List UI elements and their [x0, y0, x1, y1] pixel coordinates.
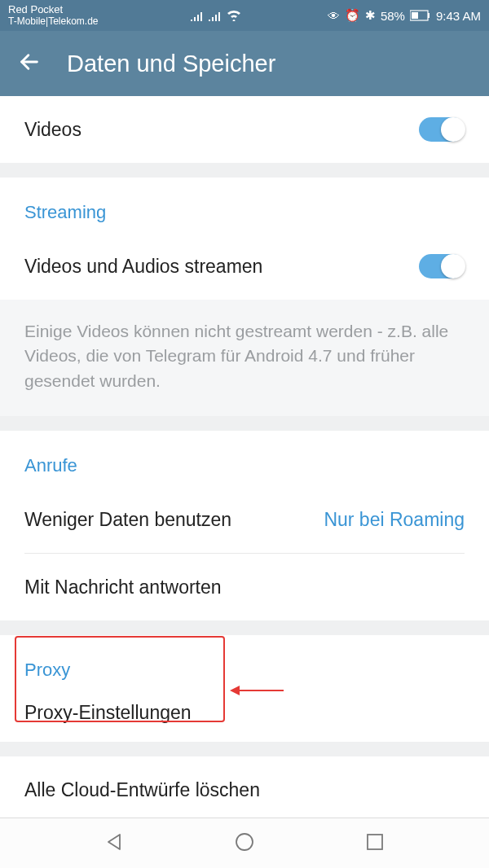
toggle-knob [441, 117, 465, 142]
reply-msg-label: Mit Nachricht antworten [24, 576, 222, 598]
time: 9:43 AM [436, 9, 481, 23]
calls-section: Anrufe Weniger Daten benutzen Nur bei Ro… [0, 431, 489, 620]
streaming-info: Einige Videos können nicht gestreamt wer… [0, 300, 489, 416]
square-recent-icon [364, 831, 385, 853]
less-data-label: Weniger Daten benutzen [24, 509, 231, 531]
status-bar: Red Pocket T-Mobile|Telekom.de 👁 ⏰ ✱ 58%… [0, 0, 489, 31]
signal-icon [209, 10, 222, 21]
arrow-left-icon [18, 50, 41, 73]
svg-rect-1 [428, 13, 430, 18]
proxy-header: Proxy [0, 635, 489, 690]
back-button[interactable] [18, 50, 41, 77]
eye-icon: 👁 [328, 9, 340, 23]
streaming-header: Streaming [0, 178, 489, 233]
page-title: Daten und Speicher [67, 50, 275, 77]
videos-row[interactable]: Videos [0, 96, 489, 163]
battery-icon [410, 10, 431, 21]
triangle-back-icon [104, 831, 125, 853]
videos-label: Videos [24, 119, 82, 141]
nav-back-button[interactable] [104, 831, 125, 856]
status-left: Red Pocket T-Mobile|Telekom.de [8, 4, 99, 26]
streaming-label: Videos und Audios streamen [24, 256, 262, 278]
wifi-icon [227, 10, 241, 21]
svg-rect-2 [412, 12, 418, 19]
system-nav-bar [0, 818, 489, 868]
svg-rect-7 [368, 835, 382, 849]
videos-toggle[interactable] [419, 117, 465, 142]
videos-section: Videos [0, 96, 489, 163]
circle-home-icon [234, 831, 255, 853]
proxy-settings-label: Proxy-Einstellungen [24, 702, 192, 724]
delete-drafts-row[interactable]: Alle Cloud-Entwürfe löschen [0, 756, 489, 823]
drafts-section: Alle Cloud-Entwürfe löschen [0, 756, 489, 823]
less-data-value: Nur bei Roaming [324, 509, 465, 531]
less-data-row[interactable]: Weniger Daten benutzen Nur bei Roaming [0, 486, 489, 553]
calls-header: Anrufe [0, 431, 489, 486]
app-header: Daten und Speicher [0, 31, 489, 96]
carrier-1: Red Pocket [8, 4, 99, 15]
proxy-settings-row[interactable]: Proxy-Einstellungen [0, 690, 489, 742]
signal-icon [191, 10, 204, 21]
nav-recent-button[interactable] [364, 831, 385, 856]
alarm-icon: ⏰ [345, 8, 360, 23]
signal-group [191, 10, 241, 21]
streaming-toggle[interactable] [419, 254, 465, 278]
proxy-section: Proxy Proxy-Einstellungen [0, 635, 489, 742]
carrier-2: T-Mobile|Telekom.de [8, 16, 99, 27]
reply-msg-row[interactable]: Mit Nachricht antworten [0, 554, 489, 620]
nav-home-button[interactable] [234, 831, 255, 856]
status-right: 👁 ⏰ ✱ 58% 9:43 AM [328, 8, 481, 23]
streaming-section: Streaming Videos und Audios streamen [0, 178, 489, 300]
delete-drafts-label: Alle Cloud-Entwürfe löschen [24, 779, 260, 801]
battery-pct: 58% [381, 9, 405, 23]
toggle-knob [441, 254, 465, 278]
streaming-row[interactable]: Videos und Audios streamen [0, 233, 489, 300]
svg-point-6 [236, 834, 253, 850]
bluetooth-icon: ✱ [365, 8, 376, 23]
